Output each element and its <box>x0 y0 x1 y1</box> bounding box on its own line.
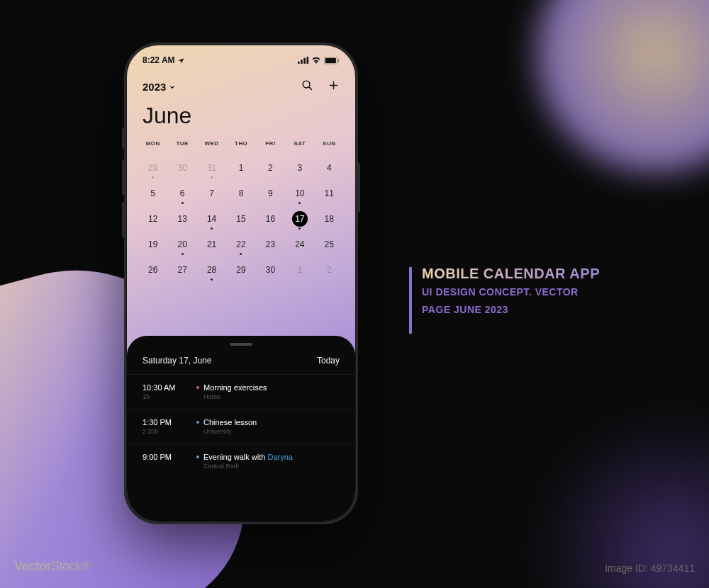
day-number: 14 <box>207 214 216 224</box>
day-number: 17 <box>292 211 308 227</box>
chevron-down-icon <box>169 81 176 93</box>
event-indicator-dot <box>211 227 213 230</box>
agenda-event[interactable]: 1:30 PM2.30hChinese lessonUniversity <box>127 409 355 444</box>
day-number: 28 <box>207 265 216 275</box>
calendar-day[interactable]: 2 <box>315 257 344 283</box>
phone-side-button <box>122 159 124 195</box>
day-number: 23 <box>266 239 275 249</box>
day-number: 26 <box>148 265 157 275</box>
agenda-panel[interactable]: Saturday 17, June Today 10:30 AM1hMornin… <box>127 336 355 521</box>
calendar-day[interactable]: 6 <box>167 181 196 206</box>
calendar-day[interactable]: 8 <box>226 181 255 206</box>
event-title: Chinese lesson <box>203 418 257 426</box>
event-indicator-dot <box>240 253 242 255</box>
day-number: 6 <box>180 188 185 198</box>
event-time: 9:00 PM <box>143 453 185 461</box>
calendar-day[interactable]: 16 <box>256 206 285 232</box>
event-indicator-dot <box>152 176 154 179</box>
event-duration: 2.30h <box>143 428 185 435</box>
day-number: 21 <box>207 239 216 249</box>
calendar-day[interactable]: 11 <box>315 181 344 206</box>
agenda-event[interactable]: 10:30 AM1hMorning exercisesHome <box>127 375 355 409</box>
day-number: 5 <box>150 188 155 198</box>
event-color-dot <box>196 456 199 458</box>
calendar-day[interactable]: 21 <box>197 232 226 257</box>
day-number: 2 <box>268 163 273 173</box>
weekday-label: THU <box>226 140 255 147</box>
event-indicator-dot <box>298 227 301 230</box>
calendar-day[interactable]: 3 <box>285 155 314 181</box>
calendar-day[interactable]: 12 <box>138 206 167 232</box>
calendar-day[interactable]: 17 <box>285 206 314 232</box>
calendar-day[interactable]: 19 <box>138 232 167 257</box>
event-mention[interactable]: Daryna <box>268 453 293 461</box>
calendar-day[interactable]: 9 <box>256 181 285 206</box>
promo-subtitle-1: UI DESIGN CONCEPT. VECTOR <box>422 285 600 300</box>
weekday-label: WED <box>197 140 226 147</box>
calendar-day[interactable]: 18 <box>315 206 344 232</box>
agenda-event[interactable]: 9:00 PMEvening walk with DarynaCentral P… <box>127 444 355 478</box>
weekday-label: SUN <box>315 140 344 147</box>
day-number: 30 <box>177 163 186 173</box>
day-number: 1 <box>239 163 244 173</box>
day-number: 25 <box>325 239 334 249</box>
event-indicator-dot <box>211 278 213 281</box>
calendar-day[interactable]: 25 <box>315 232 344 257</box>
day-number: 9 <box>268 188 273 198</box>
calendar-day[interactable]: 27 <box>167 257 196 283</box>
calendar-day[interactable]: 4 <box>315 155 344 181</box>
day-number: 29 <box>148 163 157 173</box>
calendar-day[interactable]: 23 <box>256 232 285 257</box>
weekday-label: TUE <box>167 140 196 147</box>
day-number: 7 <box>209 188 214 198</box>
phone-side-button <box>122 202 124 237</box>
svg-rect-3 <box>307 57 309 64</box>
calendar-day[interactable]: 29 <box>138 155 167 181</box>
event-indicator-dot <box>211 176 213 179</box>
day-number: 27 <box>177 265 186 275</box>
day-number: 30 <box>266 265 275 275</box>
weekday-label: SAT <box>285 140 314 147</box>
location-icon <box>178 57 184 64</box>
year-selector[interactable]: 2023 <box>143 81 176 93</box>
signal-icon <box>298 57 308 64</box>
calendar-grid: MONTUEWEDTHUFRISATSUN 293031123456789101… <box>127 140 355 283</box>
event-duration: 1h <box>143 393 185 400</box>
calendar-day[interactable]: 14 <box>197 206 226 232</box>
calendar-day[interactable]: 31 <box>197 155 226 181</box>
event-indicator-dot <box>182 253 184 255</box>
weekday-label: MON <box>138 140 167 147</box>
calendar-day[interactable]: 30 <box>167 155 196 181</box>
calendar-day[interactable]: 26 <box>138 257 167 283</box>
calendar-day[interactable]: 1 <box>285 257 314 283</box>
weekday-label: FRI <box>256 140 285 147</box>
day-number: 11 <box>325 188 334 198</box>
calendar-day[interactable]: 24 <box>285 232 314 257</box>
drag-handle[interactable] <box>230 343 252 346</box>
agenda-date: Saturday 17, June <box>143 356 211 366</box>
calendar-day[interactable]: 2 <box>256 155 285 181</box>
month-title: June <box>127 100 355 140</box>
promo-block: MOBILE CALENDAR APP UI DESIGN CONCEPT. V… <box>422 266 600 317</box>
calendar-day[interactable]: 29 <box>226 257 255 283</box>
wifi-icon <box>311 57 321 64</box>
calendar-day[interactable]: 28 <box>197 257 226 283</box>
search-icon[interactable] <box>301 79 313 94</box>
calendar-day[interactable]: 7 <box>197 181 226 206</box>
calendar-day[interactable]: 22 <box>226 232 255 257</box>
add-icon[interactable] <box>328 79 340 94</box>
event-title: Evening walk with Daryna <box>203 453 293 461</box>
status-bar: 8:22 AM <box>127 45 355 68</box>
calendar-day[interactable]: 20 <box>167 232 196 257</box>
calendar-day[interactable]: 13 <box>167 206 196 232</box>
calendar-day[interactable]: 5 <box>138 181 167 206</box>
calendar-day[interactable]: 15 <box>226 206 255 232</box>
calendar-day[interactable]: 1 <box>226 155 255 181</box>
today-button[interactable]: Today <box>317 356 340 366</box>
svg-rect-5 <box>325 57 336 63</box>
phone-side-button <box>122 128 124 149</box>
calendar-day[interactable]: 10 <box>285 181 314 206</box>
calendar-day[interactable]: 30 <box>256 257 285 283</box>
day-number: 3 <box>298 163 303 173</box>
app-header: 2023 <box>127 68 355 100</box>
